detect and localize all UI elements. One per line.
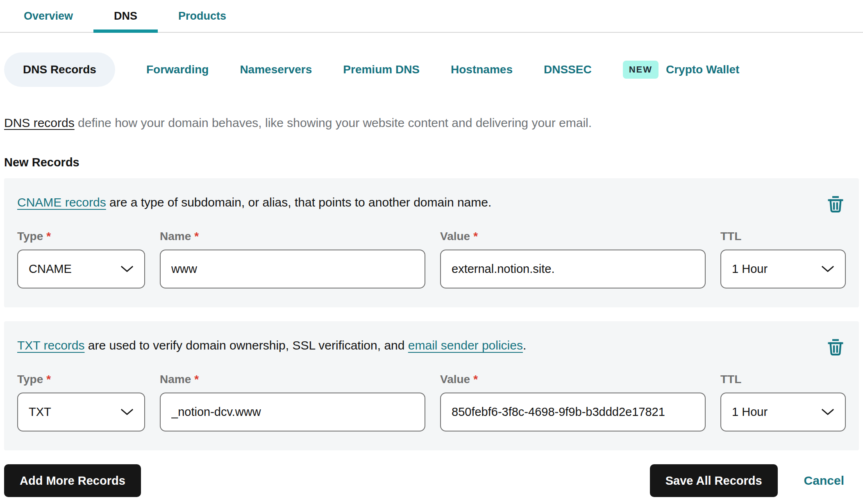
ttl-select-value: 1 Hour: [732, 262, 768, 276]
delete-record-button[interactable]: [826, 195, 845, 215]
tab-overview[interactable]: Overview: [3, 0, 93, 32]
chevron-down-icon: [821, 266, 834, 272]
ttl-field-group: TTL 1 Hour: [720, 373, 846, 431]
cname-card-description: CNAME records are a type of subdomain, o…: [17, 195, 846, 210]
record-card-txt: TXT records are used to verify domain ow…: [4, 321, 859, 450]
value-input[interactable]: [440, 250, 706, 288]
value-field-group: Value*: [440, 373, 706, 431]
subtab-premium-dns[interactable]: Premium DNS: [343, 63, 420, 76]
txt-card-description-text: are used to verify domain ownership, SSL…: [85, 338, 408, 352]
subtab-crypto-wallet[interactable]: NEW Crypto Wallet: [623, 61, 740, 79]
tab-overview-label: Overview: [24, 10, 73, 23]
subtab-hostnames[interactable]: Hostnames: [451, 63, 513, 76]
subtab-dnssec[interactable]: DNSSEC: [544, 63, 592, 76]
value-field-group: Value*: [440, 230, 706, 288]
ttl-field-group: TTL 1 Hour: [720, 230, 846, 288]
trash-icon: [826, 195, 845, 215]
type-label: Type*: [17, 373, 145, 386]
save-all-records-button[interactable]: Save All Records: [650, 464, 778, 497]
ttl-select-value: 1 Hour: [732, 405, 768, 419]
record-form-row: Type* CNAME Name* Value* TTL 1 Hour: [17, 230, 846, 288]
delete-record-button[interactable]: [826, 338, 845, 358]
tab-products-label: Products: [178, 10, 226, 23]
type-select-value: TXT: [29, 405, 51, 419]
type-label-text: Type: [17, 373, 43, 386]
required-asterisk: *: [473, 373, 478, 386]
tab-products[interactable]: Products: [158, 0, 247, 32]
ttl-label: TTL: [720, 230, 846, 243]
ttl-select[interactable]: 1 Hour: [720, 250, 846, 288]
cname-card-description-text: are a type of subdomain, or alias, that …: [106, 195, 492, 209]
subtab-crypto-wallet-label: Crypto Wallet: [666, 63, 739, 76]
ttl-label-text: TTL: [720, 230, 741, 243]
value-label-text: Value: [440, 373, 470, 386]
chevron-down-icon: [120, 409, 134, 415]
record-form-row: Type* TXT Name* Value* TTL 1 Hour: [17, 373, 846, 431]
record-card-cname: CNAME records are a type of subdomain, o…: [4, 178, 859, 307]
txt-records-link[interactable]: TXT records: [17, 338, 85, 352]
type-select[interactable]: TXT: [17, 393, 145, 431]
ttl-label: TTL: [720, 373, 846, 386]
name-label: Name*: [160, 373, 425, 386]
value-label: Value*: [440, 230, 706, 243]
type-select[interactable]: CNAME: [17, 250, 145, 288]
dns-intro-rest: define how your domain behaves, like sho…: [75, 116, 592, 129]
tab-dns-label: DNS: [114, 10, 137, 23]
name-label-text: Name: [160, 230, 191, 243]
actions-right-group: Save All Records Cancel: [650, 464, 844, 497]
type-label-text: Type: [17, 230, 43, 243]
value-input[interactable]: [440, 393, 706, 431]
txt-card-description-end: .: [523, 338, 526, 352]
chevron-down-icon: [821, 409, 834, 415]
dns-intro-text: DNS records define how your domain behav…: [4, 116, 859, 130]
value-label-text: Value: [440, 230, 470, 243]
chevron-down-icon: [120, 266, 134, 272]
subtab-dns-records[interactable]: DNS Records: [4, 52, 115, 87]
required-asterisk: *: [473, 230, 478, 243]
name-input[interactable]: [160, 250, 425, 288]
name-label-text: Name: [160, 373, 191, 386]
subtab-nameservers[interactable]: Nameservers: [240, 63, 312, 76]
required-asterisk: *: [194, 373, 199, 386]
email-sender-policies-link[interactable]: email sender policies: [408, 338, 523, 352]
name-label: Name*: [160, 230, 425, 243]
domain-tab-bar: Overview DNS Products: [0, 0, 863, 33]
add-more-records-button[interactable]: Add More Records: [4, 464, 141, 497]
section-title-new-records: New Records: [4, 156, 859, 169]
required-asterisk: *: [46, 373, 51, 386]
value-label: Value*: [440, 373, 706, 386]
type-field-group: Type* TXT: [17, 373, 145, 431]
name-field-group: Name*: [160, 230, 425, 288]
dns-subtab-bar: DNS Records Forwarding Nameservers Premi…: [4, 52, 859, 87]
type-field-group: Type* CNAME: [17, 230, 145, 288]
type-select-value: CNAME: [29, 262, 72, 276]
actions-bar: Add More Records Save All Records Cancel: [4, 464, 859, 497]
tab-dns[interactable]: DNS: [93, 0, 158, 32]
subtab-forwarding[interactable]: Forwarding: [146, 63, 209, 76]
new-badge: NEW: [623, 61, 659, 79]
ttl-label-text: TTL: [720, 373, 741, 386]
txt-card-description: TXT records are used to verify domain ow…: [17, 338, 846, 353]
dns-records-link[interactable]: DNS records: [4, 116, 75, 129]
required-asterisk: *: [194, 230, 199, 243]
name-input[interactable]: [160, 393, 425, 431]
type-label: Type*: [17, 230, 145, 243]
required-asterisk: *: [46, 230, 51, 243]
name-field-group: Name*: [160, 373, 425, 431]
cancel-link[interactable]: Cancel: [804, 474, 844, 488]
cname-records-link[interactable]: CNAME records: [17, 195, 106, 209]
ttl-select[interactable]: 1 Hour: [720, 393, 846, 431]
trash-icon: [826, 338, 845, 358]
